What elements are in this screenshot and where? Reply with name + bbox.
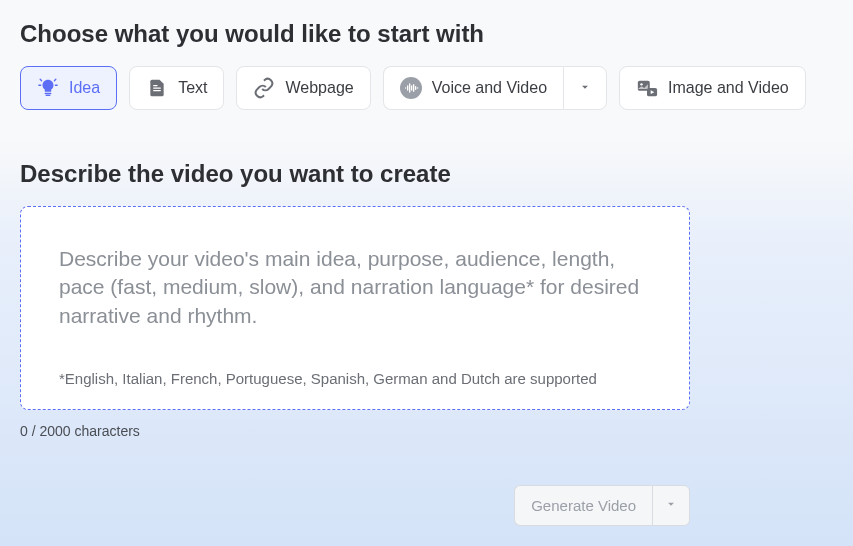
- tab-idea[interactable]: Idea: [20, 66, 117, 110]
- tab-voice-video[interactable]: Voice and Video: [383, 66, 563, 110]
- tab-text[interactable]: Text: [129, 66, 224, 110]
- chevron-down-icon: [578, 80, 592, 97]
- document-icon: [146, 77, 168, 99]
- description-placeholder: Describe your video's main idea, purpose…: [59, 245, 651, 330]
- page-title: Choose what you would like to start with: [20, 20, 833, 48]
- audio-wave-icon: [400, 77, 422, 99]
- bottom-actions: Generate Video: [514, 485, 690, 526]
- svg-point-1: [640, 83, 642, 85]
- tab-image-video-label: Image and Video: [668, 79, 789, 97]
- tab-text-label: Text: [178, 79, 207, 97]
- chevron-down-icon: [664, 497, 678, 514]
- lightbulb-icon: [37, 77, 59, 99]
- start-with-tabs: Idea Text Webpage Voice and Video: [20, 66, 833, 110]
- generate-video-button[interactable]: Generate Video: [514, 485, 652, 526]
- character-count: 0 / 2000 characters: [20, 423, 833, 439]
- description-note: *English, Italian, French, Portuguese, S…: [59, 370, 651, 387]
- tab-image-video[interactable]: Image and Video: [619, 66, 806, 110]
- tab-webpage[interactable]: Webpage: [236, 66, 370, 110]
- tab-idea-label: Idea: [69, 79, 100, 97]
- describe-title: Describe the video you want to create: [20, 160, 833, 188]
- tab-voice-video-group: Voice and Video: [383, 66, 607, 110]
- link-icon: [253, 77, 275, 99]
- image-video-icon: [636, 77, 658, 99]
- video-description-input[interactable]: Describe your video's main idea, purpose…: [20, 206, 690, 410]
- tab-webpage-label: Webpage: [285, 79, 353, 97]
- voice-video-dropdown[interactable]: [563, 66, 607, 110]
- tab-voice-video-label: Voice and Video: [432, 79, 547, 97]
- generate-dropdown[interactable]: [652, 485, 690, 526]
